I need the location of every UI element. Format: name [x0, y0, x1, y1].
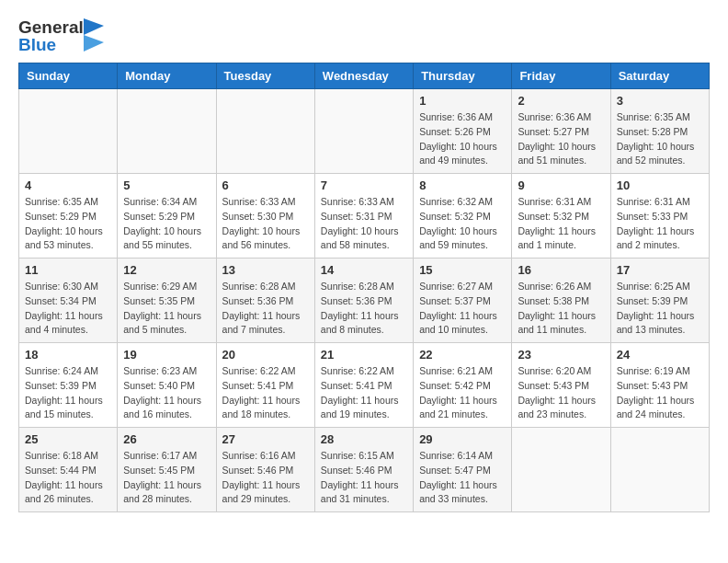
calendar-cell: 23Sunrise: 6:20 AM Sunset: 5:43 PM Dayli…: [512, 343, 610, 428]
day-info: Sunrise: 6:36 AM Sunset: 5:27 PM Dayligh…: [518, 110, 604, 168]
calendar-cell: 16Sunrise: 6:26 AM Sunset: 5:38 PM Dayli…: [512, 259, 610, 343]
day-info: Sunrise: 6:18 AM Sunset: 5:44 PM Dayligh…: [25, 449, 111, 507]
day-number: 7: [321, 178, 407, 192]
day-number: 8: [419, 178, 506, 192]
day-number: 21: [321, 348, 407, 362]
day-info: Sunrise: 6:14 AM Sunset: 5:47 PM Dayligh…: [419, 449, 506, 507]
day-info: Sunrise: 6:24 AM Sunset: 5:39 PM Dayligh…: [25, 364, 111, 422]
day-number: 9: [518, 178, 604, 192]
day-number: 14: [321, 263, 407, 277]
day-number: 26: [123, 432, 210, 446]
logo: General Blue: [18, 18, 104, 53]
day-info: Sunrise: 6:22 AM Sunset: 5:41 PM Dayligh…: [222, 364, 309, 422]
day-info: Sunrise: 6:19 AM Sunset: 5:43 PM Dayligh…: [617, 364, 703, 422]
day-number: 12: [123, 263, 210, 277]
day-info: Sunrise: 6:23 AM Sunset: 5:40 PM Dayligh…: [123, 364, 210, 422]
calendar-cell: 11Sunrise: 6:30 AM Sunset: 5:34 PM Dayli…: [19, 259, 118, 343]
calendar-cell: 15Sunrise: 6:27 AM Sunset: 5:37 PM Dayli…: [414, 259, 512, 343]
day-info: Sunrise: 6:22 AM Sunset: 5:41 PM Dayligh…: [321, 364, 407, 422]
calendar-cell: 1Sunrise: 6:36 AM Sunset: 5:26 PM Daylig…: [414, 89, 512, 174]
weekday-header-tuesday: Tuesday: [216, 63, 314, 89]
calendar-week-1: 1Sunrise: 6:36 AM Sunset: 5:26 PM Daylig…: [19, 89, 710, 174]
calendar-cell: 10Sunrise: 6:31 AM Sunset: 5:33 PM Dayli…: [610, 174, 709, 259]
logo-blue-text: Blue: [18, 35, 56, 54]
day-info: Sunrise: 6:34 AM Sunset: 5:29 PM Dayligh…: [123, 195, 210, 253]
day-number: 13: [222, 263, 309, 277]
day-info: Sunrise: 6:35 AM Sunset: 5:29 PM Dayligh…: [25, 195, 111, 253]
day-info: Sunrise: 6:33 AM Sunset: 5:30 PM Dayligh…: [222, 195, 309, 253]
day-number: 17: [617, 263, 703, 277]
day-number: 24: [617, 348, 703, 362]
day-info: Sunrise: 6:28 AM Sunset: 5:36 PM Dayligh…: [321, 280, 407, 338]
day-number: 27: [222, 432, 309, 446]
calendar-cell: [216, 89, 314, 174]
svg-marker-1: [84, 35, 104, 52]
day-number: 11: [25, 263, 111, 277]
calendar-cell: 29Sunrise: 6:14 AM Sunset: 5:47 PM Dayli…: [414, 428, 512, 512]
calendar-cell: 19Sunrise: 6:23 AM Sunset: 5:40 PM Dayli…: [118, 343, 216, 428]
svg-marker-0: [84, 18, 104, 35]
calendar-cell: 22Sunrise: 6:21 AM Sunset: 5:42 PM Dayli…: [414, 343, 512, 428]
calendar-cell: 27Sunrise: 6:16 AM Sunset: 5:46 PM Dayli…: [216, 428, 314, 512]
day-info: Sunrise: 6:21 AM Sunset: 5:42 PM Dayligh…: [419, 364, 506, 422]
day-info: Sunrise: 6:29 AM Sunset: 5:35 PM Dayligh…: [123, 280, 210, 338]
calendar-cell: 26Sunrise: 6:17 AM Sunset: 5:45 PM Dayli…: [118, 428, 216, 512]
day-number: 20: [222, 348, 309, 362]
day-number: 22: [419, 348, 506, 362]
day-info: Sunrise: 6:28 AM Sunset: 5:36 PM Dayligh…: [222, 280, 309, 338]
day-number: 5: [123, 178, 210, 192]
calendar-cell: 2Sunrise: 6:36 AM Sunset: 5:27 PM Daylig…: [512, 89, 610, 174]
calendar-cell: 12Sunrise: 6:29 AM Sunset: 5:35 PM Dayli…: [118, 259, 216, 343]
day-info: Sunrise: 6:31 AM Sunset: 5:33 PM Dayligh…: [617, 195, 703, 253]
calendar-cell: [512, 428, 610, 512]
calendar-cell: 21Sunrise: 6:22 AM Sunset: 5:41 PM Dayli…: [314, 343, 413, 428]
weekday-header-sunday: Sunday: [19, 63, 118, 89]
day-info: Sunrise: 6:33 AM Sunset: 5:31 PM Dayligh…: [321, 195, 407, 253]
day-number: 15: [419, 263, 506, 277]
calendar-cell: 17Sunrise: 6:25 AM Sunset: 5:39 PM Dayli…: [610, 259, 709, 343]
calendar-cell: 13Sunrise: 6:28 AM Sunset: 5:36 PM Dayli…: [216, 259, 314, 343]
calendar-week-2: 4Sunrise: 6:35 AM Sunset: 5:29 PM Daylig…: [19, 174, 710, 259]
day-number: 10: [617, 178, 703, 192]
page-header: General Blue: [18, 18, 710, 53]
calendar-cell: 6Sunrise: 6:33 AM Sunset: 5:30 PM Daylig…: [216, 174, 314, 259]
day-info: Sunrise: 6:27 AM Sunset: 5:37 PM Dayligh…: [419, 280, 506, 338]
calendar-cell: 4Sunrise: 6:35 AM Sunset: 5:29 PM Daylig…: [19, 174, 118, 259]
calendar-cell: [19, 89, 118, 174]
calendar-week-3: 11Sunrise: 6:30 AM Sunset: 5:34 PM Dayli…: [19, 259, 710, 343]
weekday-header-thursday: Thursday: [414, 63, 512, 89]
calendar-cell: 25Sunrise: 6:18 AM Sunset: 5:44 PM Dayli…: [19, 428, 118, 512]
weekday-header-friday: Friday: [512, 63, 610, 89]
calendar-week-4: 18Sunrise: 6:24 AM Sunset: 5:39 PM Dayli…: [19, 343, 710, 428]
calendar-cell: 24Sunrise: 6:19 AM Sunset: 5:43 PM Dayli…: [610, 343, 709, 428]
calendar-cell: 8Sunrise: 6:32 AM Sunset: 5:32 PM Daylig…: [414, 174, 512, 259]
day-number: 16: [518, 263, 604, 277]
day-info: Sunrise: 6:32 AM Sunset: 5:32 PM Dayligh…: [419, 195, 506, 253]
day-info: Sunrise: 6:30 AM Sunset: 5:34 PM Dayligh…: [25, 280, 111, 338]
calendar-cell: [118, 89, 216, 174]
day-info: Sunrise: 6:26 AM Sunset: 5:38 PM Dayligh…: [518, 280, 604, 338]
calendar-cell: 28Sunrise: 6:15 AM Sunset: 5:46 PM Dayli…: [314, 428, 413, 512]
calendar-table: SundayMondayTuesdayWednesdayThursdayFrid…: [18, 63, 710, 512]
day-info: Sunrise: 6:20 AM Sunset: 5:43 PM Dayligh…: [518, 364, 604, 422]
weekday-header-monday: Monday: [118, 63, 216, 89]
day-info: Sunrise: 6:17 AM Sunset: 5:45 PM Dayligh…: [123, 449, 210, 507]
calendar-cell: 18Sunrise: 6:24 AM Sunset: 5:39 PM Dayli…: [19, 343, 118, 428]
day-number: 6: [222, 178, 309, 192]
day-info: Sunrise: 6:36 AM Sunset: 5:26 PM Dayligh…: [419, 110, 506, 168]
day-number: 18: [25, 348, 111, 362]
calendar-cell: [314, 89, 413, 174]
day-number: 19: [123, 348, 210, 362]
weekday-header-saturday: Saturday: [610, 63, 709, 89]
day-info: Sunrise: 6:15 AM Sunset: 5:46 PM Dayligh…: [321, 449, 407, 507]
day-number: 28: [321, 432, 407, 446]
calendar-cell: 7Sunrise: 6:33 AM Sunset: 5:31 PM Daylig…: [314, 174, 413, 259]
day-info: Sunrise: 6:31 AM Sunset: 5:32 PM Dayligh…: [518, 195, 604, 253]
calendar-cell: 5Sunrise: 6:34 AM Sunset: 5:29 PM Daylig…: [118, 174, 216, 259]
day-number: 3: [617, 94, 703, 108]
calendar-header-row: SundayMondayTuesdayWednesdayThursdayFrid…: [19, 63, 710, 89]
calendar-week-5: 25Sunrise: 6:18 AM Sunset: 5:44 PM Dayli…: [19, 428, 710, 512]
day-number: 4: [25, 178, 111, 192]
day-number: 23: [518, 348, 604, 362]
day-number: 1: [419, 94, 506, 108]
